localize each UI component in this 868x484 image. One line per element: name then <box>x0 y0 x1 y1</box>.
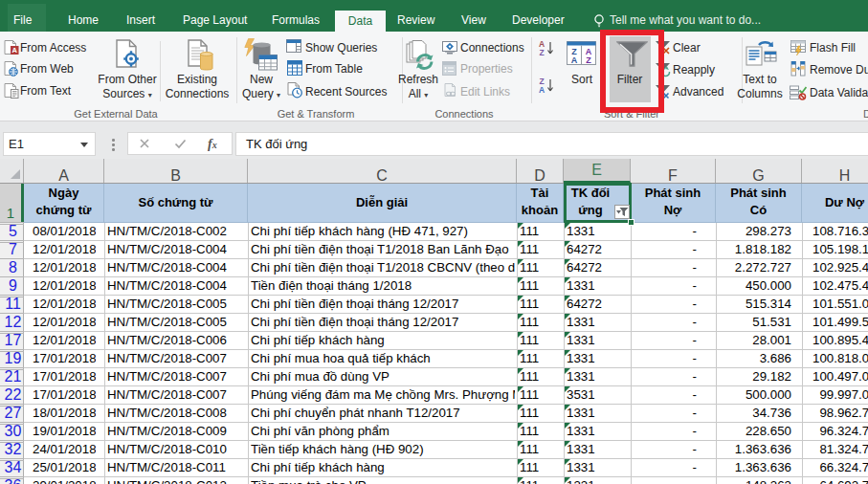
svg-text:Z: Z <box>539 48 544 56</box>
svg-text:Z: Z <box>571 47 577 56</box>
svg-text:A: A <box>571 55 578 65</box>
svg-text:A: A <box>11 46 17 55</box>
svg-text:Z: Z <box>586 55 591 65</box>
svg-text:A: A <box>586 47 592 56</box>
svg-text:A: A <box>539 85 545 94</box>
